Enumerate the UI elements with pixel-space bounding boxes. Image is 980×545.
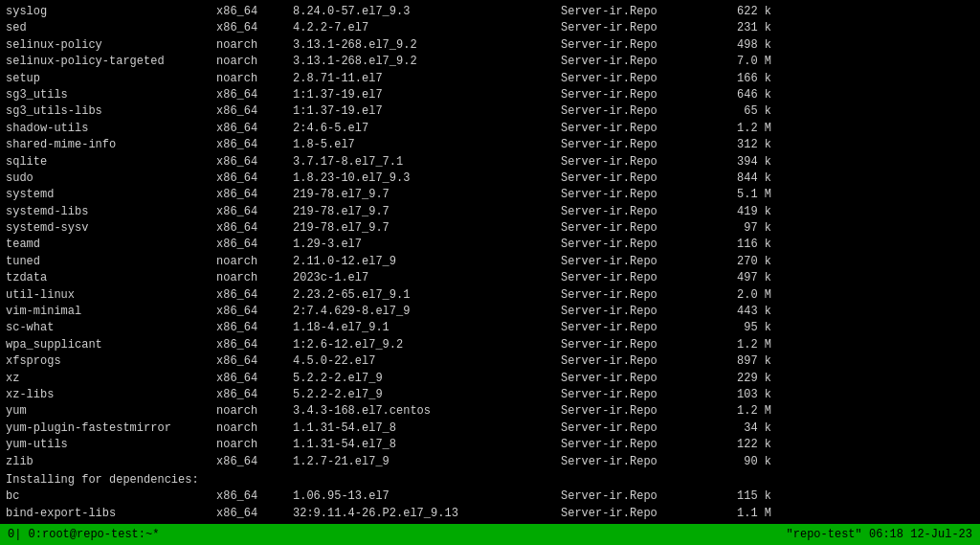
pkg-repo: Server-ir.Repo bbox=[561, 187, 714, 203]
pkg-arch: x86_64 bbox=[216, 154, 293, 170]
pkg-size: 497 k bbox=[714, 270, 771, 286]
pkg-repo: Server-ir.Repo bbox=[561, 506, 714, 522]
pkg-arch: noarch bbox=[216, 420, 293, 437]
pkg-arch: x86_64 bbox=[216, 353, 293, 370]
pkg-name: systemd-sysv bbox=[6, 220, 216, 237]
pkg-version: 1.8-5.el7 bbox=[293, 137, 561, 153]
pkg-arch: x86_64 bbox=[216, 304, 293, 320]
pkg-version: 2.11.0-12.el7_9 bbox=[293, 254, 561, 270]
pkg-repo: Server-ir.Repo bbox=[561, 220, 714, 237]
pkg-version: 219-78.el7_9.7 bbox=[293, 187, 561, 203]
pkg-arch: noarch bbox=[216, 71, 293, 87]
table-row: systemdx86_64219-78.el7_9.7Server-ir.Rep… bbox=[6, 187, 974, 203]
table-row: wpa_supplicantx86_641:2.6-12.el7_9.2Serv… bbox=[6, 337, 974, 353]
pkg-arch: x86_64 bbox=[216, 87, 293, 103]
pkg-version: 1:1.37-19.el7 bbox=[293, 103, 561, 120]
pkg-arch: x86_64 bbox=[216, 337, 293, 353]
pkg-name: util-linux bbox=[6, 287, 216, 304]
pkg-size: 1.2 M bbox=[714, 337, 771, 353]
table-row: tunednoarch2.11.0-12.el7_9Server-ir.Repo… bbox=[6, 254, 974, 270]
table-row: sg3_utils-libsx86_641:1.37-19.el7Server-… bbox=[6, 103, 974, 120]
pkg-repo: Server-ir.Repo bbox=[561, 304, 714, 320]
pkg-name: systemd-libs bbox=[6, 204, 216, 220]
pkg-size: 229 k bbox=[714, 371, 771, 387]
pkg-repo: Server-ir.Repo bbox=[561, 320, 714, 336]
pkg-size: 7.0 M bbox=[714, 54, 771, 70]
pkg-name: sc-what bbox=[6, 320, 216, 336]
table-row: teamdx86_641.29-3.el7Server-ir.Repo116 k bbox=[6, 237, 974, 253]
statusbar-right: "repo-test" 06:18 12-Jul-23 bbox=[787, 528, 972, 541]
table-row: yum-plugin-fastestmirrornoarch1.1.31-54.… bbox=[6, 420, 974, 437]
pkg-repo: Server-ir.Repo bbox=[561, 387, 714, 403]
pkg-name: vim-minimal bbox=[6, 304, 216, 320]
package-list: syslogx86_648.24.0-57.el7_9.3Server-ir.R… bbox=[6, 4, 974, 470]
pkg-name: tzdata bbox=[6, 270, 216, 286]
pkg-version: 2.8.71-11.el7 bbox=[293, 71, 561, 87]
pkg-arch: x86_64 bbox=[216, 237, 293, 253]
table-row: xzx86_645.2.2-2.el7_9Server-ir.Repo229 k bbox=[6, 371, 974, 387]
pkg-name: teamd bbox=[6, 237, 216, 253]
pkg-version: 1.06.95-13.el7 bbox=[293, 488, 561, 505]
pkg-name: yum-plugin-fastestmirror bbox=[6, 420, 216, 437]
pkg-repo: Server-ir.Repo bbox=[561, 170, 714, 187]
pkg-name: shadow-utils bbox=[6, 121, 216, 137]
pkg-repo: Server-ir.Repo bbox=[561, 137, 714, 153]
pkg-version: 32:9.11.4-26.P2.el7_9.13 bbox=[293, 506, 561, 522]
pkg-arch: noarch bbox=[216, 437, 293, 453]
pkg-version: 1.2.7-21.el7_9 bbox=[293, 454, 561, 470]
pkg-arch: x86_64 bbox=[216, 103, 293, 120]
pkg-repo: Server-ir.Repo bbox=[561, 121, 714, 137]
pkg-size: 2.0 M bbox=[714, 287, 771, 304]
pkg-name: yum-utils bbox=[6, 437, 216, 453]
table-row: sqlitex86_643.7.17-8.el7_7.1Server-ir.Re… bbox=[6, 154, 974, 170]
pkg-arch: x86_64 bbox=[216, 170, 293, 187]
pkg-repo: Server-ir.Repo bbox=[561, 337, 714, 353]
pkg-version: 1.8.23-10.el7_9.3 bbox=[293, 170, 561, 187]
pkg-size: 1.1 M bbox=[714, 506, 771, 522]
pkg-repo: Server-ir.Repo bbox=[561, 87, 714, 103]
pkg-repo: Server-ir.Repo bbox=[561, 20, 714, 36]
pkg-repo: Server-ir.Repo bbox=[561, 287, 714, 304]
pkg-arch: x86_64 bbox=[216, 4, 293, 20]
pkg-arch: x86_64 bbox=[216, 371, 293, 387]
pkg-version: 219-78.el7_9.7 bbox=[293, 204, 561, 220]
pkg-size: 166 k bbox=[714, 71, 771, 87]
table-row: systemd-libsx86_64219-78.el7_9.7Server-i… bbox=[6, 204, 974, 220]
pkg-repo: Server-ir.Repo bbox=[561, 54, 714, 70]
table-row: yum-utilsnoarch1.1.31-54.el7_8Server-ir.… bbox=[6, 437, 974, 453]
deps-list: bcx86_641.06.95-13.el7Server-ir.Repo115 … bbox=[6, 488, 974, 524]
pkg-arch: x86_64 bbox=[216, 506, 293, 522]
table-row: xfsprogsx86_644.5.0-22.el7Server-ir.Repo… bbox=[6, 353, 974, 370]
pkg-name: bind-export-libs bbox=[6, 506, 216, 522]
pkg-name: xz-libs bbox=[6, 387, 216, 403]
table-row: syslogx86_648.24.0-57.el7_9.3Server-ir.R… bbox=[6, 4, 974, 20]
pkg-repo: Server-ir.Repo bbox=[561, 71, 714, 87]
pkg-size: 1.2 M bbox=[714, 403, 771, 420]
pkg-repo: Server-ir.Repo bbox=[561, 437, 714, 453]
pkg-version: 4.5.0-22.el7 bbox=[293, 353, 561, 370]
pkg-repo: Server-ir.Repo bbox=[561, 254, 714, 270]
pkg-arch: x86_64 bbox=[216, 20, 293, 36]
pkg-name: xfsprogs bbox=[6, 353, 216, 370]
pkg-name: systemd bbox=[6, 187, 216, 203]
table-row: bind-export-libsx86_6432:9.11.4-26.P2.el… bbox=[6, 506, 974, 522]
table-row: zlibx86_641.2.7-21.el7_9Server-ir.Repo90… bbox=[6, 454, 974, 470]
pkg-version: 2:7.4.629-8.el7_9 bbox=[293, 304, 561, 320]
table-row: shared-mime-infox86_641.8-5.el7Server-ir… bbox=[6, 137, 974, 153]
pkg-size: 312 k bbox=[714, 137, 771, 153]
pkg-repo: Server-ir.Repo bbox=[561, 488, 714, 505]
terminal: syslogx86_648.24.0-57.el7_9.3Server-ir.R… bbox=[0, 0, 980, 524]
pkg-name: yum bbox=[6, 403, 216, 420]
pkg-size: 5.1 M bbox=[714, 187, 771, 203]
pkg-size: 95 k bbox=[714, 320, 771, 336]
pkg-version: 1:2.6-12.el7_9.2 bbox=[293, 337, 561, 353]
pkg-size: 231 k bbox=[714, 20, 771, 36]
pkg-name: wpa_supplicant bbox=[6, 337, 216, 353]
pkg-repo: Server-ir.Repo bbox=[561, 353, 714, 370]
pkg-size: 1.2 M bbox=[714, 121, 771, 137]
table-row: sc-whatx86_641.18-4.el7_9.1Server-ir.Rep… bbox=[6, 320, 974, 336]
pkg-size: 646 k bbox=[714, 87, 771, 103]
pkg-arch: noarch bbox=[216, 54, 293, 70]
table-row: selinux-policynoarch3.13.1-268.el7_9.2Se… bbox=[6, 37, 974, 54]
pkg-arch: noarch bbox=[216, 403, 293, 420]
